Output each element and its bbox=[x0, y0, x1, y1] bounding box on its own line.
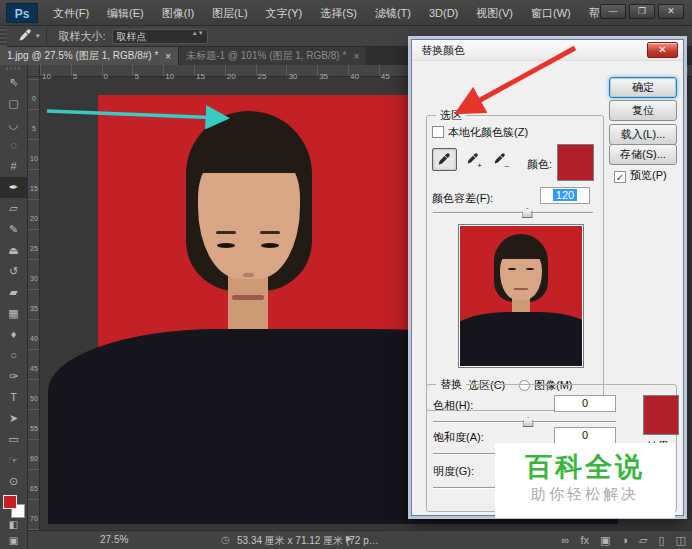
fuzziness-input[interactable]: 120 bbox=[540, 187, 590, 204]
type-tool[interactable]: T bbox=[0, 387, 28, 408]
adjustment-layer-icon[interactable]: ◑ bbox=[621, 533, 628, 548]
color-label: 颜色: bbox=[527, 157, 552, 172]
preview-checkbox[interactable]: ✓预览(P) bbox=[614, 168, 667, 183]
status-expand-icon[interactable]: ▶ bbox=[346, 534, 352, 543]
photoshop-logo: Ps bbox=[6, 3, 38, 23]
screen-mode-button[interactable]: ▣ bbox=[0, 533, 28, 549]
sample-size-label: 取样大小: bbox=[59, 29, 106, 44]
minimize-button[interactable]: — bbox=[600, 4, 626, 19]
tools-panel: ⇖ ▢ ◡ ◌ # ✒ ▱ ✎ ⏏ ↺ bbox=[0, 65, 28, 549]
thumb-mouth bbox=[514, 288, 528, 290]
status-bar: 27.5% ◷ 53.34 厘米 x 71.12 厘米 (72 p… ▶ ∞fx… bbox=[28, 530, 692, 549]
gradient-tool[interactable]: ▦ bbox=[0, 303, 28, 324]
current-tool-button[interactable]: ▾ bbox=[13, 26, 47, 47]
portrait-hair-fringe bbox=[196, 137, 302, 173]
menu-item[interactable]: 文字(Y) bbox=[257, 0, 312, 26]
document-tab-active[interactable]: 1.jpg @ 27.5% (图层 1, RGB/8#) * × bbox=[0, 47, 179, 65]
eraser-tool[interactable]: ▰ bbox=[0, 282, 28, 303]
link-layers-icon[interactable]: ∞ bbox=[562, 533, 570, 548]
zoom-tool[interactable]: ⊙ bbox=[0, 471, 28, 492]
subtract-from-sample-eyedropper-button[interactable]: – bbox=[487, 148, 512, 171]
pen-tool[interactable]: ✑ bbox=[0, 366, 28, 387]
menu-bar: Ps 文件(F)编辑(E)图像(I)图层(L)文字(Y)选择(S)滤镜(T)3D… bbox=[0, 0, 692, 26]
menu-item[interactable]: 3D(D) bbox=[420, 0, 467, 26]
quick-mask-button[interactable]: ◧ bbox=[0, 517, 28, 533]
saturation-input[interactable]: 0 bbox=[554, 427, 616, 444]
add-to-sample-eyedropper-button[interactable]: + bbox=[460, 148, 485, 171]
lasso-tool[interactable]: ◡ bbox=[0, 114, 28, 135]
move-tool[interactable]: ⇖ bbox=[0, 72, 28, 93]
clone-stamp-tool[interactable]: ⏏ bbox=[0, 240, 28, 261]
save-button[interactable]: 存储(S)... bbox=[609, 144, 677, 165]
fuzziness-slider-thumb[interactable] bbox=[522, 208, 533, 218]
hue-input[interactable]: 0 bbox=[554, 395, 616, 412]
saturation-label: 饱和度(A): bbox=[433, 430, 484, 445]
load-button[interactable]: 载入(L)... bbox=[609, 124, 677, 145]
menu-item[interactable]: 窗口(W) bbox=[522, 0, 580, 26]
layer-style-icon[interactable]: fx bbox=[580, 533, 589, 548]
menu-item[interactable]: 编辑(E) bbox=[98, 0, 153, 26]
layer-mask-icon[interactable]: ▣ bbox=[600, 533, 610, 548]
rectangular-marquee-tool[interactable]: ▢ bbox=[0, 93, 28, 114]
portrait-eye bbox=[261, 243, 279, 248]
rectangle-tool[interactable]: ▭ bbox=[0, 429, 28, 450]
crop-tool[interactable]: # bbox=[0, 156, 28, 177]
history-brush-tool[interactable]: ↺ bbox=[0, 261, 28, 282]
menu-item[interactable]: 选择(S) bbox=[311, 0, 366, 26]
hue-slider-thumb[interactable] bbox=[523, 417, 534, 427]
reset-button[interactable]: 复位 bbox=[609, 100, 677, 121]
result-color-swatch[interactable] bbox=[643, 395, 679, 435]
zoom-level-field[interactable]: 27.5% bbox=[100, 534, 128, 545]
document-tab-inactive[interactable]: 未标题-1 @ 101% (图层 1, RGB/8) * × bbox=[179, 47, 367, 65]
sampled-color-swatch[interactable] bbox=[557, 144, 594, 181]
document-size-info: 53.34 厘米 x 71.12 厘米 (72 p… bbox=[237, 534, 379, 548]
close-window-button[interactable]: ✕ bbox=[658, 4, 684, 19]
maximize-button[interactable]: ❐ bbox=[629, 4, 655, 19]
delete-layer-icon[interactable]: ◫ bbox=[676, 533, 686, 548]
foreground-color-swatch[interactable] bbox=[3, 495, 17, 509]
selection-group: 选区 本地化颜色簇(Z) + – 颜色: 颜色容差(F): 120 bbox=[426, 115, 604, 411]
eyedropper-tool[interactable]: ✒ bbox=[0, 177, 28, 198]
dialog-close-button[interactable]: ✕ bbox=[647, 42, 678, 58]
options-grip bbox=[0, 26, 7, 47]
selection-group-label: 选区 bbox=[436, 108, 466, 123]
localized-color-clusters-checkbox[interactable]: 本地化颜色簇(Z) bbox=[432, 125, 528, 140]
watermark-title: 百科全说 bbox=[495, 452, 675, 482]
spot-healing-brush-tool[interactable]: ▱ bbox=[0, 198, 28, 219]
quick-selection-tool[interactable]: ◌ bbox=[0, 135, 28, 156]
portrait-nose bbox=[243, 273, 254, 277]
checkbox-checked[interactable]: ✓ bbox=[614, 171, 626, 183]
menu-item[interactable]: 文件(F) bbox=[44, 0, 98, 26]
checkbox-unchecked[interactable] bbox=[432, 126, 444, 138]
close-tab-icon[interactable]: × bbox=[165, 51, 171, 62]
sample-eyedropper-button[interactable] bbox=[432, 148, 457, 171]
new-layer-icon[interactable]: ▯ bbox=[659, 533, 665, 548]
portrait-brow bbox=[216, 231, 236, 234]
ok-button[interactable]: 确定 bbox=[609, 77, 677, 98]
brush-tool[interactable]: ✎ bbox=[0, 219, 28, 240]
window-controls: — ❐ ✕ bbox=[600, 4, 684, 19]
selection-preview bbox=[458, 224, 584, 368]
menu-item[interactable]: 视图(V) bbox=[467, 0, 522, 26]
sample-size-dropdown[interactable]: 取样点 ▲▼ bbox=[112, 29, 208, 44]
watermark-subtitle: 助你轻松解决 bbox=[495, 485, 675, 504]
path-selection-tool[interactable]: ➤ bbox=[0, 408, 28, 429]
dodge-tool[interactable]: ○ bbox=[0, 345, 28, 366]
blur-tool[interactable]: ♦ bbox=[0, 324, 28, 345]
menu-items: 文件(F)编辑(E)图像(I)图层(L)文字(Y)选择(S)滤镜(T)3D(D)… bbox=[44, 0, 635, 26]
fuzziness-slider[interactable] bbox=[433, 207, 593, 219]
layer-group-icon[interactable]: ▱ bbox=[639, 533, 647, 548]
tool-list: ⇖ ▢ ◡ ◌ # ✒ ▱ ✎ ⏏ ↺ bbox=[0, 72, 28, 492]
menu-item[interactable]: 滤镜(T) bbox=[366, 0, 420, 26]
menu-item[interactable]: 图像(I) bbox=[153, 0, 203, 26]
menu-item[interactable]: 图层(L) bbox=[203, 0, 256, 26]
thumb-fringe bbox=[499, 244, 543, 259]
clock-icon: ◷ bbox=[221, 534, 230, 545]
replacement-group-label: 替换 bbox=[436, 377, 466, 392]
vertical-ruler: 0510152025303540455055606570 bbox=[28, 77, 40, 530]
thumb-eye bbox=[526, 268, 534, 270]
dialog-title[interactable]: 替换颜色 bbox=[412, 40, 683, 61]
hand-tool[interactable]: ☞ bbox=[0, 450, 28, 471]
close-tab-icon[interactable]: × bbox=[353, 51, 359, 62]
portrait-brow bbox=[260, 231, 280, 234]
